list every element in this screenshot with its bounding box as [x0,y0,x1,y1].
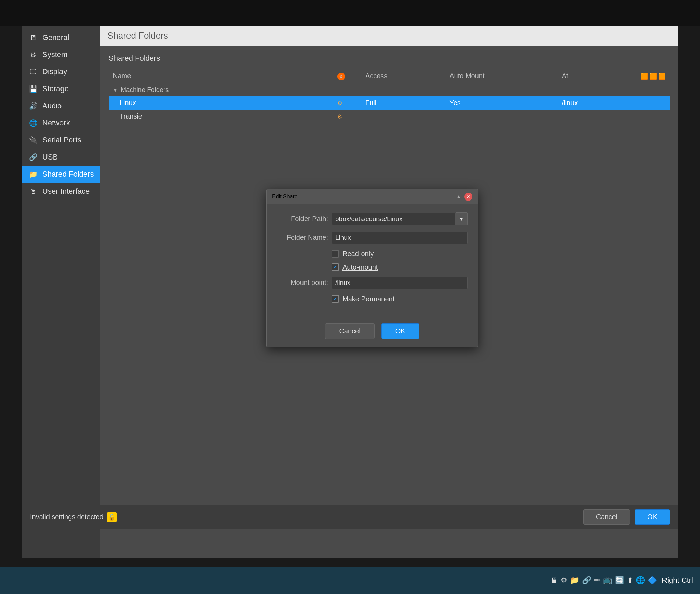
top-bar [0,0,700,26]
make-permanent-row: Make Permanent [277,295,468,303]
user-interface-icon: 🖱 [28,186,38,196]
folder-path-row: Folder Path: ▼ [277,212,468,225]
taskbar: 🖥 ⚙ 📁 🔗 ✏ 📺 🔄 ⬆ 🌐 🔷 Right Ctrl [0,567,700,594]
serial-ports-icon: 🔌 [28,135,38,145]
sidebar-label-storage: Storage [42,84,69,93]
storage-icon: 💾 [28,84,38,94]
sidebar-label-audio: Audio [42,101,62,110]
folder-name-input[interactable] [332,232,468,244]
sidebar-label-serial-ports: Serial Ports [42,136,81,144]
dialog-title: Edit Share [272,194,298,200]
network-icon: 🌐 [28,118,38,128]
folder-name-label: Folder Name: [277,234,328,241]
sidebar-label-user-interface: User Interface [42,187,90,196]
mount-point-row: Mount point: [277,277,468,289]
taskbar-icon-10[interactable]: 🔷 [648,576,657,585]
sidebar-item-audio[interactable]: 🔊 Audio [22,97,100,114]
automount-checkbox[interactable] [332,263,339,271]
folder-path-label: Folder Path: [277,215,328,223]
taskbar-icon-1[interactable]: 🖥 [550,576,558,585]
make-permanent-label[interactable]: Make Permanent [342,295,394,303]
sidebar-label-system: System [42,50,67,59]
readonly-row: Read-only [277,250,468,258]
taskbar-icon-3[interactable]: 📁 [570,576,579,585]
right-ctrl-label: Right Ctrl [662,576,693,585]
automount-label[interactable]: Auto-mount [342,263,378,271]
sidebar-label-network: Network [42,119,70,127]
sidebar-label-shared-folders: Shared Folders [42,170,94,179]
invalid-settings-text: Invalid settings detected [30,513,104,521]
taskbar-icon-7[interactable]: 🔄 [615,576,624,585]
sidebar-item-general[interactable]: 🖥 General [22,29,100,46]
sidebar-label-display: Display [42,67,67,76]
sidebar-label-general: General [42,33,69,42]
usb-icon: 🔗 [28,152,38,162]
automount-row: Auto-mount [277,263,468,271]
sidebar: 🖥 General ⚙ System 🖵 Display 💾 Storage 🔊… [22,26,100,558]
folder-path-browse-button[interactable]: ▼ [456,212,468,225]
main-window: 🖥 General ⚙ System 🖵 Display 💾 Storage 🔊… [22,26,678,558]
sidebar-item-network[interactable]: 🌐 Network [22,114,100,132]
dialog-close-button[interactable]: ✕ [464,193,472,201]
general-icon: 🖥 [28,32,38,43]
edit-share-dialog: Edit Share ▲ ✕ Folder Path: ▼ [266,189,478,347]
mount-point-input[interactable] [332,277,468,289]
folder-name-row: Folder Name: [277,232,468,244]
content-title-bar: Shared Folders [100,26,678,46]
sidebar-item-storage[interactable]: 💾 Storage [22,80,100,97]
sidebar-item-usb[interactable]: 🔗 USB [22,149,100,166]
display-icon: 🖵 [28,67,38,77]
content-body: Shared Folders Name ⚙ Access Auto Mount … [100,46,678,558]
audio-icon: 🔊 [28,101,38,111]
sidebar-item-user-interface[interactable]: 🖱 User Interface [22,183,100,200]
taskbar-icon-6[interactable]: 📺 [603,576,612,585]
dialog-title-icons: ▲ ✕ [456,193,472,201]
taskbar-icon-2[interactable]: ⚙ [561,576,567,585]
sidebar-item-shared-folders[interactable]: 📁 Shared Folders [22,166,100,183]
dialog-actions: Cancel OK [267,317,478,347]
shared-folders-icon: 📁 [28,169,38,179]
taskbar-icon-9[interactable]: 🌐 [636,576,645,585]
mount-point-label: Mount point: [277,279,328,287]
taskbar-icon-4[interactable]: 🔗 [582,576,591,585]
folder-path-input[interactable] [332,213,456,225]
dialog-cancel-button[interactable]: Cancel [325,323,374,339]
dialog-ok-button[interactable]: OK [381,323,419,339]
dialog-titlebar: Edit Share ▲ ✕ [267,189,478,204]
sidebar-item-system[interactable]: ⚙ System [22,46,100,63]
dialog-body: Folder Path: ▼ Folder Name: [267,204,478,317]
sidebar-item-serial-ports[interactable]: 🔌 Serial Ports [22,132,100,149]
page-title: Shared Folders [107,30,168,41]
system-icon: ⚙ [28,50,38,60]
taskbar-icon-8[interactable]: ⬆ [627,576,633,585]
content-area: Shared Folders Shared Folders Name ⚙ Acc… [100,26,678,558]
sidebar-item-display[interactable]: 🖵 Display [22,63,100,80]
dialog-overlay: Edit Share ▲ ✕ Folder Path: ▼ [100,46,678,558]
readonly-checkbox[interactable] [332,250,339,258]
readonly-label[interactable]: Read-only [342,250,374,258]
taskbar-icon-5[interactable]: ✏ [594,576,600,585]
sidebar-label-usb: USB [42,153,58,162]
right-ctrl: Right Ctrl [662,576,693,585]
make-permanent-checkbox[interactable] [332,295,339,303]
taskbar-icons: 🖥 ⚙ 📁 🔗 ✏ 📺 🔄 ⬆ 🌐 🔷 [550,576,657,585]
folder-path-container: ▼ [332,212,468,225]
sort-icon: ▲ [456,194,461,200]
